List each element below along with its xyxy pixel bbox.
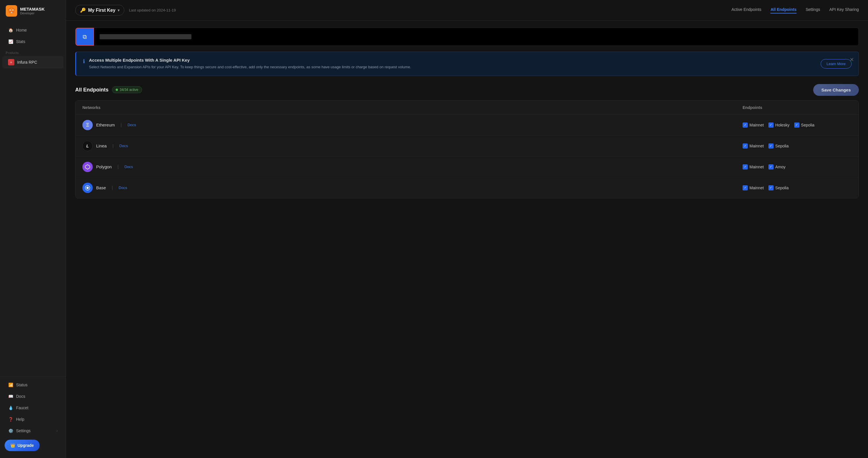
base-endpoints: ✓ Mainnet ✓ Sepolia	[743, 185, 851, 190]
base-sepolia-checkbox[interactable]: ✓	[768, 185, 774, 190]
sidebar-item-status[interactable]: 📶 Status	[2, 380, 63, 390]
info-banner-title: Access Multiple Endpoints With A Single …	[89, 58, 813, 63]
endpoints-section-title: All Endpoints	[75, 87, 108, 93]
info-banner-text: Access Multiple Endpoints With A Single …	[89, 58, 813, 70]
base-mainnet-check[interactable]: ✓ Mainnet	[743, 185, 764, 190]
save-changes-button[interactable]: Save Changes	[813, 84, 859, 96]
endpoints-column-header: Endpoints	[743, 105, 851, 110]
ethereum-holesky-check[interactable]: ✓ Holesky	[768, 123, 789, 128]
sidebar-item-home-label: Home	[16, 28, 27, 32]
sidebar-item-infura-rpc[interactable]: ≡ Infura RPC	[2, 56, 63, 68]
linea-mainnet-check[interactable]: ✓ Mainnet	[743, 143, 764, 149]
chevron-right-icon: ›	[57, 429, 58, 433]
divider: |	[121, 123, 122, 128]
sidebar-item-faucet[interactable]: 💧 Faucet	[2, 402, 63, 413]
tab-all-endpoints[interactable]: All Endpoints	[770, 7, 796, 13]
close-banner-button[interactable]: ✕	[849, 57, 854, 63]
info-banner-description: Select Networks and Expansion APIs for y…	[89, 64, 813, 70]
info-circle-icon: ℹ	[83, 58, 85, 65]
gear-icon: ⚙️	[8, 428, 13, 433]
sidebar: METAMASK Developer 🏠 Home 📈 Stats Produc…	[0, 0, 66, 458]
sidebar-item-infura-rpc-label: Infura RPC	[17, 60, 37, 65]
logo-title: METAMASK	[20, 7, 45, 12]
drop-icon: 💧	[8, 405, 13, 411]
linea-mainnet-checkbox[interactable]: ✓	[743, 143, 748, 149]
linea-sepolia-checkbox[interactable]: ✓	[768, 143, 774, 149]
signal-icon: 📶	[8, 382, 13, 388]
ethereum-network-name: Ethereum	[96, 123, 115, 127]
ethereum-sepolia-checkbox[interactable]: ✓	[794, 123, 799, 128]
ethereum-docs-link[interactable]: Docs	[127, 123, 136, 127]
products-section-label: Products	[0, 47, 66, 56]
sidebar-item-help[interactable]: ❓ Help	[2, 414, 63, 425]
copy-icon: ⧉	[83, 34, 87, 40]
tab-api-key-sharing[interactable]: API Key Sharing	[829, 7, 859, 13]
linea-docs-link[interactable]: Docs	[119, 144, 128, 148]
ethereum-mainnet-check[interactable]: ✓ Mainnet	[743, 123, 764, 128]
sidebar-item-home[interactable]: 🏠 Home	[2, 25, 63, 36]
polygon-mainnet-label: Mainnet	[749, 165, 764, 169]
sidebar-item-faucet-label: Faucet	[16, 405, 28, 410]
polygon-mainnet-checkbox[interactable]: ✓	[743, 164, 748, 169]
sidebar-item-docs[interactable]: 📖 Docs	[2, 391, 63, 402]
base-sepolia-label: Sepolia	[775, 186, 789, 190]
networks-table: Networks Endpoints Ξ Ethereum | Docs ✓ M…	[75, 100, 859, 198]
table-row: L Linea | Docs ✓ Mainnet ✓ Sepolia	[75, 136, 859, 157]
ethereum-logo: Ξ	[82, 120, 93, 130]
learn-more-button[interactable]: Learn More	[820, 59, 851, 69]
last-updated-text: Last updated on 2024-11-19	[129, 8, 176, 12]
base-sepolia-check[interactable]: ✓ Sepolia	[768, 185, 789, 190]
content-area: ⧉ ℹ Access Multiple Endpoints With A Sin…	[66, 21, 868, 458]
tab-active-endpoints[interactable]: Active Endpoints	[732, 7, 761, 13]
network-info-ethereum: Ξ Ethereum | Docs	[82, 120, 743, 130]
book-icon: 📖	[8, 394, 13, 399]
active-count-badge: 34/34 active	[112, 86, 142, 93]
svg-point-7	[12, 9, 13, 11]
sidebar-item-docs-label: Docs	[16, 394, 25, 399]
linea-endpoints: ✓ Mainnet ✓ Sepolia	[743, 143, 851, 149]
ethereum-endpoints: ✓ Mainnet ✓ Holesky ✓ Sepolia	[743, 123, 851, 128]
endpoints-header: All Endpoints 34/34 active Save Changes	[75, 84, 859, 96]
polygon-endpoints: ✓ Mainnet ✓ Amoy	[743, 164, 851, 169]
polygon-mainnet-check[interactable]: ✓ Mainnet	[743, 164, 764, 169]
network-info-base: Base | Docs	[82, 183, 743, 193]
linea-sepolia-label: Sepolia	[775, 144, 789, 148]
api-key-row: ⧉	[75, 28, 859, 46]
base-docs-link[interactable]: Docs	[119, 186, 127, 190]
metamask-logo-icon	[6, 5, 17, 17]
sidebar-item-settings[interactable]: ⚙️ Settings ›	[2, 425, 63, 436]
sidebar-item-help-label: Help	[16, 417, 24, 422]
polygon-amoy-check[interactable]: ✓ Amoy	[768, 164, 786, 169]
key-selector-button[interactable]: 🔑 My First Key ▾	[75, 5, 124, 15]
base-mainnet-checkbox[interactable]: ✓	[743, 185, 748, 190]
key-name-label: My First Key	[88, 8, 115, 13]
ethereum-holesky-checkbox[interactable]: ✓	[768, 123, 774, 128]
table-row: Base | Docs ✓ Mainnet ✓ Sepolia	[75, 177, 859, 198]
polygon-docs-link[interactable]: Docs	[124, 165, 133, 169]
divider: |	[112, 185, 113, 190]
sidebar-item-stats[interactable]: 📈 Stats	[2, 36, 63, 47]
svg-point-10	[86, 187, 89, 189]
base-network-name: Base	[96, 185, 106, 190]
linea-sepolia-check[interactable]: ✓ Sepolia	[768, 143, 789, 149]
polygon-amoy-checkbox[interactable]: ✓	[768, 164, 774, 169]
tab-settings[interactable]: Settings	[806, 7, 820, 13]
divider: |	[113, 143, 114, 149]
chevron-down-icon: ▾	[118, 8, 119, 12]
network-info-polygon: Polygon | Docs	[82, 162, 743, 172]
sidebar-item-settings-label: Settings	[16, 428, 31, 433]
logo: METAMASK Developer	[0, 0, 66, 22]
base-mainnet-label: Mainnet	[749, 186, 764, 190]
endpoints-title-group: All Endpoints 34/34 active	[75, 86, 142, 93]
base-logo	[82, 183, 93, 193]
upgrade-button[interactable]: 👑 Upgrade	[5, 439, 40, 451]
network-info-linea: L Linea | Docs	[82, 141, 743, 151]
ethereum-mainnet-checkbox[interactable]: ✓	[743, 123, 748, 128]
home-icon: 🏠	[8, 28, 13, 33]
svg-marker-8	[85, 165, 90, 169]
sidebar-item-stats-label: Stats	[16, 39, 25, 44]
ethereum-sepolia-check[interactable]: ✓ Sepolia	[794, 123, 815, 128]
copy-api-key-button[interactable]: ⧉	[75, 28, 94, 45]
linea-logo: L	[82, 141, 93, 151]
stats-icon: 📈	[8, 39, 13, 44]
